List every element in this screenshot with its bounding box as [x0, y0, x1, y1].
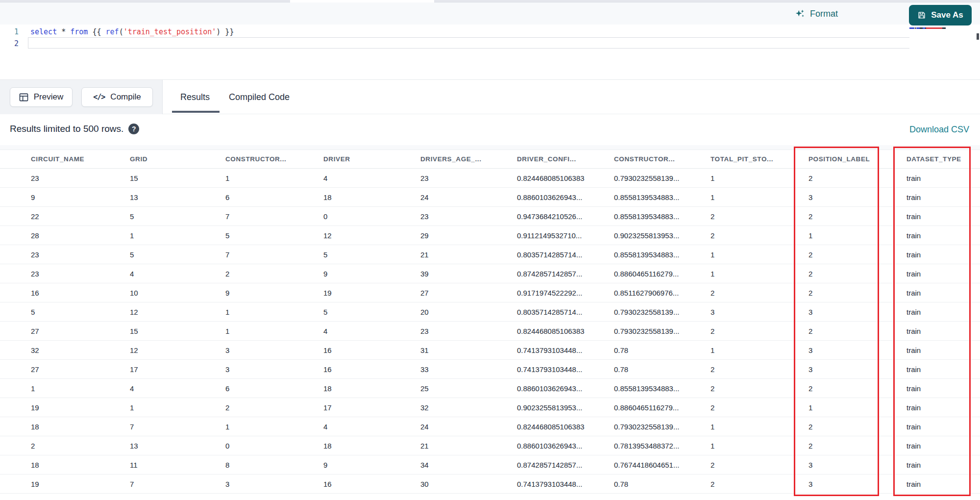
sql-token-plain: [66, 27, 70, 36]
table-cell: 7: [123, 475, 219, 493]
table-cell: 0.78: [608, 341, 704, 359]
table-cell: 18: [24, 455, 123, 474]
column-header-circuit-name: CIRCUIT_NAME: [24, 150, 123, 168]
table-cell: 5: [219, 226, 317, 245]
table-cell: 0.8035714285714...: [511, 245, 608, 264]
line-number-2: 2: [0, 38, 19, 50]
table-cell: 24: [414, 188, 511, 206]
table-cell: 18: [317, 188, 414, 206]
table-row: 14618250.8860103626943...0.8558139534883…: [0, 379, 980, 398]
table-cell: 5: [24, 302, 123, 321]
table-cell: train: [900, 436, 980, 455]
table-cell: 2: [802, 245, 900, 264]
sql-editor[interactable]: 1 select * from {{ ref('train_test_posit…: [0, 25, 980, 80]
editor-minimap[interactable]: [909, 26, 975, 75]
table-cell: 2: [704, 207, 802, 225]
table-cell: 1: [24, 379, 123, 398]
table-cell: 1: [704, 436, 802, 455]
sql-token-string: 'train_test_position': [123, 27, 217, 36]
table-cell: train: [900, 455, 980, 474]
table-cell: 19: [24, 475, 123, 493]
table-cell: 7: [219, 245, 317, 264]
active-line-highlight[interactable]: [28, 37, 964, 49]
download-csv-link[interactable]: Download CSV: [909, 125, 969, 135]
table-cell: 9: [317, 264, 414, 283]
table-cell: 0.9023255813953...: [511, 398, 608, 417]
scrollbar-handle[interactable]: [977, 33, 979, 40]
format-button[interactable]: Format: [795, 6, 838, 21]
table-cell: 2: [219, 264, 317, 283]
table-cell: 32: [414, 398, 511, 417]
table-cell: 2: [219, 398, 317, 417]
minimap-token: [926, 27, 943, 29]
table-cell: 23: [24, 264, 123, 283]
table-cell: 13: [123, 188, 219, 206]
table-cell: 0.8860465116279...: [608, 398, 704, 417]
results-limit-label: Results limited to 500 rows.: [10, 124, 123, 134]
table-row: 22570230.9473684210526...0.8558139534883…: [0, 207, 980, 226]
table-cell: 17: [123, 360, 219, 378]
table-cell: 19: [317, 283, 414, 302]
table-cell: 23: [24, 245, 123, 264]
table-cell: train: [900, 226, 980, 245]
sql-token-plain: (: [119, 27, 123, 36]
table-cell: 0.8558139534883...: [608, 379, 704, 398]
table-cell: 2: [802, 169, 900, 187]
table-cell: 0.7930232558139...: [608, 302, 704, 321]
table-cell: 23: [24, 169, 123, 187]
format-label: Format: [810, 9, 838, 19]
table-cell: 0.7674418604651...: [608, 455, 704, 474]
table-cell: 2: [802, 379, 900, 398]
sql-token-operator: *: [61, 27, 66, 36]
active-tab-underline: [172, 111, 220, 113]
table-cell: 34: [414, 455, 511, 474]
code-line-2[interactable]: 2: [0, 38, 19, 50]
table-row: 231514230.8244680851063830.7930232558139…: [0, 169, 980, 188]
tab-compiled-code[interactable]: Compiled Code: [229, 80, 290, 114]
table-cell: 27: [24, 322, 123, 340]
save-icon: [917, 11, 926, 20]
table-cell: 0.8860465116279...: [608, 264, 704, 283]
minimap-token: [909, 27, 914, 29]
table-cell: 31: [414, 341, 511, 359]
table-cell: 16: [317, 341, 414, 359]
table-cell: 9: [24, 188, 123, 206]
table-cell: 0.7813953488372...: [608, 436, 704, 455]
table-row: 23575210.8035714285714...0.8558139534883…: [0, 245, 980, 264]
table-row: 23429390.8742857142857...0.8860465116279…: [0, 264, 980, 283]
table-cell: 6: [219, 379, 317, 398]
table-cell: 15: [123, 322, 219, 340]
help-icon[interactable]: ?: [128, 124, 139, 134]
table-cell: 2: [24, 436, 123, 455]
table-cell: 2: [802, 283, 900, 302]
table-cell: 0.78: [608, 360, 704, 378]
tab-results[interactable]: Results: [180, 80, 210, 114]
table-cell: 1: [704, 188, 802, 206]
table-cell: 25: [414, 379, 511, 398]
table-cell: 2: [704, 322, 802, 340]
column-header-driver: DRIVER: [317, 150, 414, 168]
preview-button[interactable]: Preview: [10, 87, 73, 107]
table-cell: 9: [219, 283, 317, 302]
table-cell: 2: [704, 379, 802, 398]
table-cell: train: [900, 245, 980, 264]
column-header-driver-confi: DRIVER_CONFI...: [511, 150, 608, 168]
save-as-button[interactable]: Save As: [909, 5, 972, 25]
table-cell: 0.7930232558139...: [608, 322, 704, 340]
table-cell: 30: [414, 475, 511, 493]
table-cell: 20: [414, 302, 511, 321]
code-line-1[interactable]: 1 select * from {{ ref('train_test_posit…: [0, 26, 234, 38]
sql-code-line[interactable]: select * from {{ ref('train_test_positio…: [19, 26, 234, 38]
column-header-dataset-type: DATASET_TYPE: [900, 150, 980, 168]
table-grid-icon: [19, 93, 28, 101]
table-cell: 2: [704, 398, 802, 417]
table-cell: train: [900, 379, 980, 398]
minimap-code-line: [909, 27, 975, 29]
table-cell: train: [900, 169, 980, 187]
compile-button[interactable]: </> Compile: [81, 87, 153, 107]
table-cell: train: [900, 360, 980, 378]
table-cell: 2: [802, 417, 900, 436]
table-cell: 29: [414, 226, 511, 245]
table-body: 231514230.8244680851063830.7930232558139…: [0, 169, 980, 494]
results-table: CIRCUIT_NAMEGRIDCONSTRUCTOR...DRIVERDRIV…: [0, 145, 980, 500]
